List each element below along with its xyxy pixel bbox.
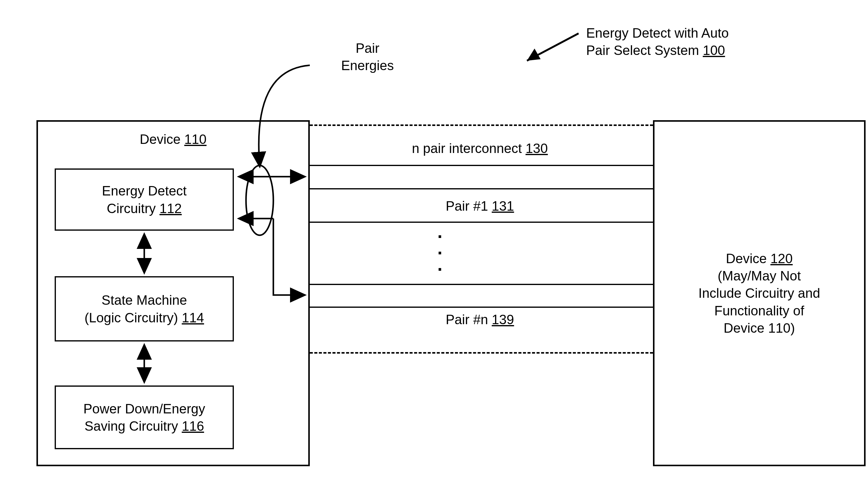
device-120-box: Device 120 (May/May Not Include Circuitr… [653,120,866,466]
device-120-line3: Include Circuitry and [698,285,820,301]
power-down-line1: Power Down/Energy [83,401,205,416]
device-120-line5: Device 110) [724,320,795,336]
power-down-num: 116 [182,418,204,434]
pair-line-2 [310,188,653,190]
state-machine-line1: State Machine [101,293,187,307]
pair1-prefix: Pair #1 [446,198,492,214]
pair-line-4 [310,284,653,285]
state-machine-box: State Machine (Logic Circuitry) 114 [55,276,234,341]
pair-energies-line1: Pair [355,41,379,56]
system-title-label: Energy Detect with Auto Pair Select Syst… [586,24,768,59]
state-machine-line2a: (Logic Circuitry) [84,310,182,325]
energy-detect-box: Energy Detect Circuitry 112 [55,169,234,231]
pair1-label: Pair #1 131 [410,197,550,215]
energy-detect-line2a: Circuitry [107,201,160,216]
system-title-line2a: Pair Select System [586,43,703,58]
pair-line-3 [310,222,653,223]
vertical-dots: ··· [437,228,443,277]
dashed-line-top [310,124,653,126]
pairn-num: 139 [492,312,514,327]
device-120-line4: Functionality of [714,303,804,318]
state-machine-num: 114 [182,310,204,325]
svg-marker-2 [527,49,541,61]
power-down-line2a: Saving Circuitry [84,418,182,434]
device-110-title: Device 110 [106,131,240,148]
system-title-num: 100 [703,43,725,58]
pairn-prefix: Pair #n [446,312,492,327]
pair-energies-label: Pair Energies [322,39,413,74]
interconnect-label: n pair interconnect 130 [358,139,601,157]
energy-detect-num: 112 [159,201,182,216]
device-120-num: 120 [771,251,793,266]
interconnect-num: 130 [526,141,547,156]
device-110-title-num: 110 [184,132,206,147]
interconnect-prefix: n pair interconnect [412,141,526,156]
pair-line-5 [310,307,653,308]
device-120-prefix: Device [726,251,771,266]
pairn-label: Pair #n 139 [410,311,550,328]
device-110-title-prefix: Device [140,132,184,147]
device-120-line2: (May/May Not [718,268,801,283]
pair-line-1 [310,165,653,166]
dashed-line-bottom [310,352,653,354]
energy-detect-line1: Energy Detect [102,183,187,198]
pair-energies-line2: Energies [341,58,394,73]
pair1-num: 131 [492,198,514,214]
power-down-box: Power Down/Energy Saving Circuitry 116 [55,386,234,449]
system-title-line1: Energy Detect with Auto [586,25,729,40]
